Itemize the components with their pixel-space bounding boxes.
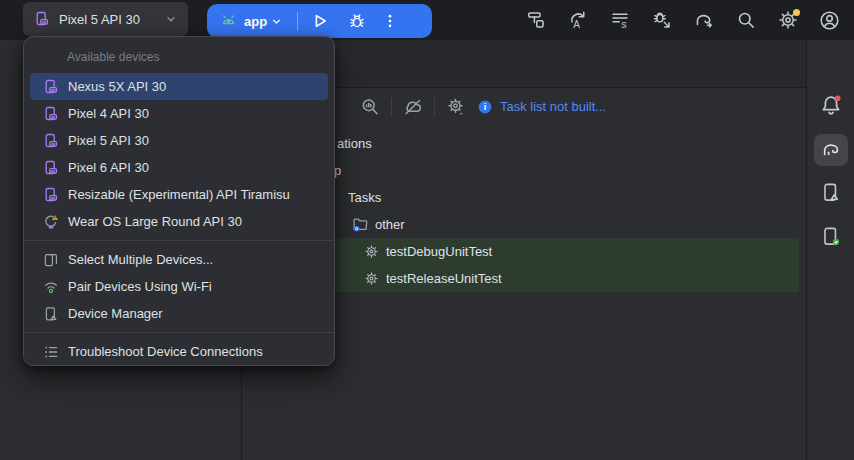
svg-text:s: s bbox=[621, 18, 626, 30]
virtual-device-icon bbox=[43, 133, 59, 149]
menu-item-device[interactable]: Pixel 4 API 30 bbox=[24, 100, 334, 127]
apply-code-changes-icon[interactable]: s bbox=[609, 10, 630, 31]
menu-item-device[interactable]: Pixel 6 API 30 bbox=[24, 154, 334, 181]
virtual-device-icon bbox=[43, 106, 59, 122]
device-manager-icon bbox=[43, 306, 59, 322]
tree-row-tasks[interactable]: Tasks bbox=[348, 184, 381, 211]
more-options-icon[interactable] bbox=[382, 13, 398, 29]
execute-task-icon[interactable] bbox=[360, 97, 380, 117]
chevron-down-icon bbox=[164, 12, 178, 26]
toolbar-separator bbox=[434, 98, 435, 116]
virtual-device-icon bbox=[43, 187, 59, 203]
device-selector-popup: Available devices Nexus 5X API 30 Pixel … bbox=[23, 36, 335, 366]
wear-device-warning-icon bbox=[43, 214, 59, 230]
menu-item-label: Troubleshoot Device Connections bbox=[68, 344, 263, 359]
menu-item-label: Resizable (Experimental) API Tiramisu bbox=[68, 187, 290, 202]
device-manager-tool-icon[interactable] bbox=[820, 182, 841, 203]
menu-item-select-multiple-devices[interactable]: Select Multiple Devices... bbox=[24, 246, 334, 273]
device-selector-button[interactable]: Pixel 5 API 30 bbox=[23, 2, 188, 36]
menu-item-label: Wear OS Large Round API 30 bbox=[68, 214, 242, 229]
menu-item-label: Device Manager bbox=[68, 306, 163, 321]
menu-item-device[interactable]: Resizable (Experimental) API Tiramisu bbox=[24, 181, 334, 208]
menu-item-device-manager[interactable]: Device Manager bbox=[24, 300, 334, 327]
tree-row-clipped[interactable]: ations bbox=[337, 130, 372, 157]
attach-debugger-icon[interactable] bbox=[651, 10, 672, 31]
tree-label: ations bbox=[337, 136, 372, 151]
running-devices-tool-icon[interactable] bbox=[820, 226, 841, 247]
toolbar-right-actions: A s bbox=[525, 0, 840, 40]
settings-icon[interactable] bbox=[777, 10, 798, 31]
debug-icon[interactable] bbox=[348, 12, 366, 30]
menu-item-label: Pair Devices Using Wi-Fi bbox=[68, 279, 212, 294]
menu-separator bbox=[24, 332, 334, 333]
gradle-sync-icon[interactable] bbox=[693, 10, 714, 31]
toolbar-separator bbox=[391, 98, 392, 116]
menu-item-label: Pixel 4 API 30 bbox=[68, 106, 149, 121]
menu-item-pair-devices-wifi[interactable]: Pair Devices Using Wi-Fi bbox=[24, 273, 334, 300]
tree-label: testReleaseUnitTest bbox=[386, 271, 502, 286]
apply-changes-icon[interactable]: A bbox=[567, 10, 588, 31]
settings-update-badge bbox=[793, 9, 800, 16]
offline-mode-icon[interactable] bbox=[403, 97, 423, 117]
pill-divider bbox=[297, 12, 298, 31]
menu-item-device[interactable]: Wear OS Large Round API 30 bbox=[24, 208, 334, 235]
troubleshoot-list-icon bbox=[43, 344, 59, 360]
task-gear-icon bbox=[364, 271, 379, 286]
menu-item-label: Nexus 5X API 30 bbox=[68, 79, 166, 94]
profile-avatar-icon[interactable] bbox=[819, 10, 840, 31]
gradle-settings-icon[interactable] bbox=[446, 97, 466, 117]
menu-item-device[interactable]: Nexus 5X API 30 bbox=[30, 73, 328, 100]
gradle-status-message[interactable]: Task list not built... bbox=[500, 99, 606, 114]
run-configuration-pill: app bbox=[207, 4, 432, 38]
menu-item-label: Pixel 6 API 30 bbox=[68, 160, 149, 175]
virtual-device-icon bbox=[43, 79, 59, 95]
tree-label: Tasks bbox=[348, 190, 381, 205]
menu-section-header: Available devices bbox=[24, 47, 334, 67]
tree-label: other bbox=[375, 217, 405, 232]
gradle-status: i Task list not built... bbox=[477, 99, 606, 115]
search-everywhere-icon[interactable] bbox=[735, 10, 756, 31]
menu-item-troubleshoot-connections[interactable]: Troubleshoot Device Connections bbox=[24, 338, 334, 365]
menu-item-label: Select Multiple Devices... bbox=[68, 252, 213, 267]
run-icon[interactable] bbox=[311, 12, 329, 30]
run-config-label[interactable]: app bbox=[244, 14, 267, 29]
virtual-device-icon bbox=[43, 160, 59, 176]
chevron-down-icon[interactable] bbox=[270, 15, 283, 28]
gradle-tool-icon[interactable] bbox=[820, 139, 842, 161]
android-head-icon bbox=[220, 13, 237, 30]
info-icon: i bbox=[477, 99, 493, 115]
task-gear-icon bbox=[364, 244, 379, 259]
menu-item-label: Pixel 5 API 30 bbox=[68, 133, 149, 148]
folder-gear-icon bbox=[352, 216, 369, 233]
tree-row-clipped[interactable]: p bbox=[334, 157, 341, 184]
tree-label: testDebugUnitTest bbox=[386, 244, 492, 259]
notifications-bell-icon[interactable] bbox=[819, 94, 842, 117]
wifi-pair-icon bbox=[43, 279, 59, 295]
svg-text:A: A bbox=[573, 19, 580, 30]
multiple-devices-icon bbox=[43, 252, 59, 268]
virtual-device-icon bbox=[34, 11, 50, 27]
selected-device-label: Pixel 5 API 30 bbox=[59, 12, 140, 27]
menu-item-device[interactable]: Pixel 5 API 30 bbox=[24, 127, 334, 154]
build-hammer-icon[interactable] bbox=[525, 10, 546, 31]
main-toolbar: Pixel 5 API 30 app bbox=[0, 0, 854, 40]
svg-text:i: i bbox=[484, 101, 487, 112]
android-studio-window: Pixel 5 API 30 app bbox=[0, 0, 854, 460]
right-tool-stripe bbox=[806, 40, 854, 460]
tree-label: p bbox=[334, 163, 341, 178]
menu-separator bbox=[24, 240, 334, 241]
tree-row-other-folder[interactable]: other bbox=[352, 211, 405, 238]
